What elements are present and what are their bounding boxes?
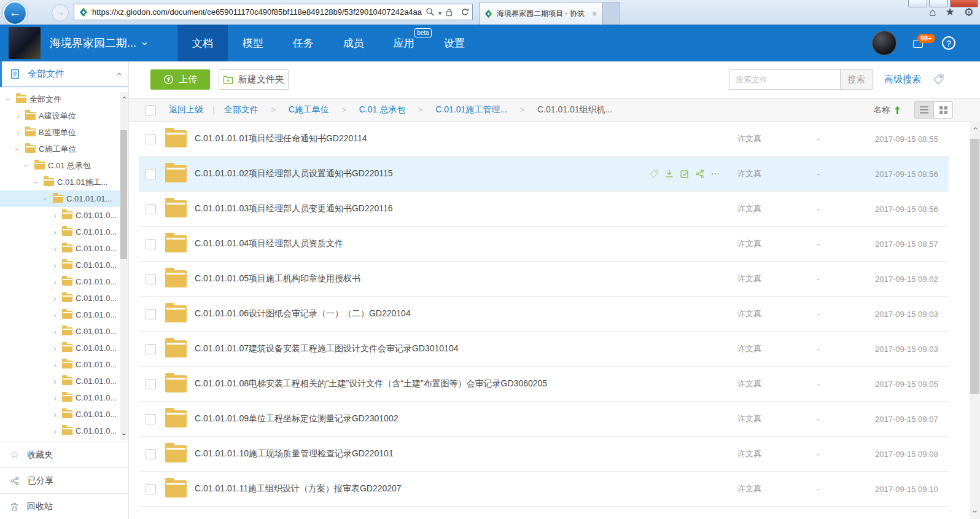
tree-chevron-icon[interactable] xyxy=(14,128,22,138)
breadcrumb-item[interactable]: C.01 总承包 xyxy=(342,104,405,115)
row-checkbox[interactable] xyxy=(146,204,156,214)
nav-menu-item[interactable]: 成员 xyxy=(329,25,379,61)
row-checkbox[interactable] xyxy=(146,484,156,494)
sort-by-name[interactable]: 名称 xyxy=(874,104,890,115)
tree-chevron-icon[interactable] xyxy=(42,194,50,204)
row-checkbox[interactable] xyxy=(146,379,156,389)
file-row[interactable]: C.01.01.01.11施工组织设计（方案）报审表GD220207 xyxy=(139,472,949,507)
breadcrumb-item[interactable]: C.01.01.01组织机... xyxy=(520,104,612,115)
file-name[interactable]: C.01.01.01.04项目经理部人员资质文件 xyxy=(195,238,648,249)
tree-item[interactable]: C.01 总承包 xyxy=(0,157,128,174)
favorites-icon[interactable] xyxy=(946,6,955,20)
file-name[interactable]: C.01.01.01.10施工现场质量管理检查记录GD220101 xyxy=(195,448,648,459)
scrollbar-thumb[interactable] xyxy=(970,139,979,394)
file-name[interactable]: C.01.01.01.06设计图纸会审记录（一）（二）GD220104 xyxy=(195,308,648,319)
tree-item[interactable]: C.01.01.0... xyxy=(0,406,128,423)
file-row[interactable]: C.01.01.01.03项目经理部人员变更通知书GD220116 xyxy=(139,192,949,227)
tree-chevron-icon[interactable] xyxy=(51,211,59,220)
new-folder-button[interactable]: 新建文件夹 xyxy=(219,69,289,90)
tree-chevron-icon[interactable] xyxy=(23,161,31,171)
scroll-up-arrow-icon[interactable] xyxy=(970,124,980,133)
file-name[interactable]: C.01.01.01.02项目经理部人员设置通知书GD220115 xyxy=(195,168,648,179)
tree-chevron-icon[interactable] xyxy=(51,277,59,287)
upload-button[interactable]: 上传 xyxy=(150,69,210,90)
url-text[interactable]: https://xz.glodon.com/document/ce6590111… xyxy=(92,7,422,17)
tree-item[interactable]: C.01.01.0... xyxy=(0,356,128,373)
chevron-up-icon[interactable] xyxy=(117,69,120,79)
file-row[interactable]: C.01.01.01.09单位工程坐标定位测量记录GD2301002 xyxy=(139,402,949,437)
tree-chevron-icon[interactable] xyxy=(51,310,59,320)
search-dropdown-caret-icon[interactable] xyxy=(438,7,441,18)
sidebar-header-all-files[interactable]: 全部文件 xyxy=(0,61,128,87)
settings-gear-icon[interactable] xyxy=(964,6,974,20)
tree-item[interactable]: C施工单位 xyxy=(0,141,128,157)
row-checkbox[interactable] xyxy=(146,449,156,459)
help-icon[interactable] xyxy=(942,36,955,50)
file-row[interactable]: C.01.01.01.04项目经理部人员资质文件 xyxy=(139,227,949,262)
file-row[interactable]: C.01.01.01.02项目经理部人员设置通知书GD220115 xyxy=(139,157,949,192)
tree-item[interactable]: C.01.01.0... xyxy=(0,290,128,306)
tree-chevron-icon[interactable] xyxy=(51,294,59,303)
sidebar-item-favorites[interactable]: 收藏夹 xyxy=(0,442,128,467)
file-row[interactable]: C.01.01.01.05项目施工机构印章使用授权书 xyxy=(139,262,949,297)
nav-menu-item[interactable]: 文档 xyxy=(177,25,228,61)
sidebar-item-shared[interactable]: 已分享 xyxy=(0,467,128,493)
tree-item[interactable]: C.01.01.01... xyxy=(0,190,128,207)
tree-chevron-icon[interactable] xyxy=(14,111,22,121)
scroll-down-arrow-icon[interactable] xyxy=(120,430,128,439)
file-name[interactable]: C.01.01.01.05项目施工机构印章使用授权书 xyxy=(195,273,648,284)
file-row[interactable]: C.01.01.01.08电梯安装工程相关的“土建”设计文件（含“土建”布置图等… xyxy=(139,367,949,402)
notifications-icon[interactable]: 99+ xyxy=(913,38,925,48)
tree-item[interactable]: C.01.01.0... xyxy=(0,257,128,273)
nav-menu-item[interactable]: 模型 xyxy=(228,25,278,61)
tree-chevron-icon[interactable] xyxy=(33,178,41,187)
sidebar-scrollbar[interactable] xyxy=(120,92,128,440)
tag-icon[interactable] xyxy=(933,74,944,85)
file-name[interactable]: C.01.01.01.01项目经理任命通知书GD220114 xyxy=(195,133,648,144)
check-action-icon[interactable] xyxy=(680,169,690,179)
file-name[interactable]: C.01.01.01.03项目经理部人员变更通知书GD220116 xyxy=(195,203,648,214)
list-view-button[interactable] xyxy=(915,102,933,118)
project-switcher[interactable]: 海境界家园二期... xyxy=(50,36,147,50)
tree-chevron-icon[interactable] xyxy=(51,260,59,270)
sort-ascending-arrow-icon[interactable] xyxy=(894,106,901,114)
tag-action-icon[interactable] xyxy=(649,169,659,179)
main-scrollbar[interactable] xyxy=(970,121,980,519)
tree-chevron-icon[interactable] xyxy=(51,343,59,353)
search-button[interactable]: 搜索 xyxy=(840,69,873,90)
breadcrumb-item[interactable]: C.01.01施工管理... xyxy=(418,104,507,115)
back-up-link[interactable]: 返回上级 xyxy=(169,104,203,115)
project-thumbnail[interactable] xyxy=(9,27,41,59)
nav-menu-item[interactable]: 应用 beta xyxy=(379,25,429,61)
file-name[interactable]: C.01.01.01.07建筑设备安装工程施工图设计文件会审记录GD301010… xyxy=(195,343,648,354)
tree-item[interactable]: C.01.01.0... xyxy=(0,306,128,323)
tree-item[interactable]: C.01.01.0... xyxy=(0,224,128,240)
tree-item[interactable]: C.01.01施工... xyxy=(0,174,128,190)
tree-chevron-icon[interactable] xyxy=(51,426,59,436)
file-row[interactable]: C.01.01.01.07建筑设备安装工程施工图设计文件会审记录GD301010… xyxy=(139,332,949,367)
tree-item[interactable]: C.01.01.0... xyxy=(0,373,128,389)
nav-menu-item[interactable]: 设置 xyxy=(429,25,480,61)
file-name[interactable]: C.01.01.01.08电梯安装工程相关的“土建”设计文件（含“土建”布置图等… xyxy=(195,378,648,389)
search-icon[interactable] xyxy=(426,7,435,17)
tree-item[interactable]: C.01.01.0... xyxy=(0,389,128,406)
maximize-button[interactable] xyxy=(929,0,948,7)
tab-close-icon[interactable] xyxy=(591,9,598,18)
tree-item[interactable]: 全部文件 xyxy=(0,91,128,107)
file-name[interactable]: C.01.01.01.09单位工程坐标定位测量记录GD2301002 xyxy=(195,413,648,424)
row-checkbox[interactable] xyxy=(146,239,156,249)
browser-back-button[interactable] xyxy=(3,1,27,25)
sidebar-item-recycle[interactable]: 回收站 xyxy=(0,493,128,519)
grid-view-button[interactable] xyxy=(933,102,952,118)
tree-item[interactable]: C.01.01.0... xyxy=(0,207,128,224)
tree-item[interactable]: A建设单位 xyxy=(0,107,128,124)
tree-chevron-icon[interactable] xyxy=(14,144,22,154)
minimize-button[interactable] xyxy=(908,0,927,7)
tree-chevron-icon[interactable] xyxy=(5,95,13,104)
file-name[interactable]: C.01.01.01.11施工组织设计（方案）报审表GD220207 xyxy=(195,483,648,494)
address-bar[interactable]: https://xz.glodon.com/document/ce6590111… xyxy=(74,4,473,20)
row-checkbox[interactable] xyxy=(146,169,156,179)
row-checkbox[interactable] xyxy=(146,274,156,284)
user-avatar[interactable] xyxy=(872,31,896,55)
row-checkbox[interactable] xyxy=(146,309,156,319)
